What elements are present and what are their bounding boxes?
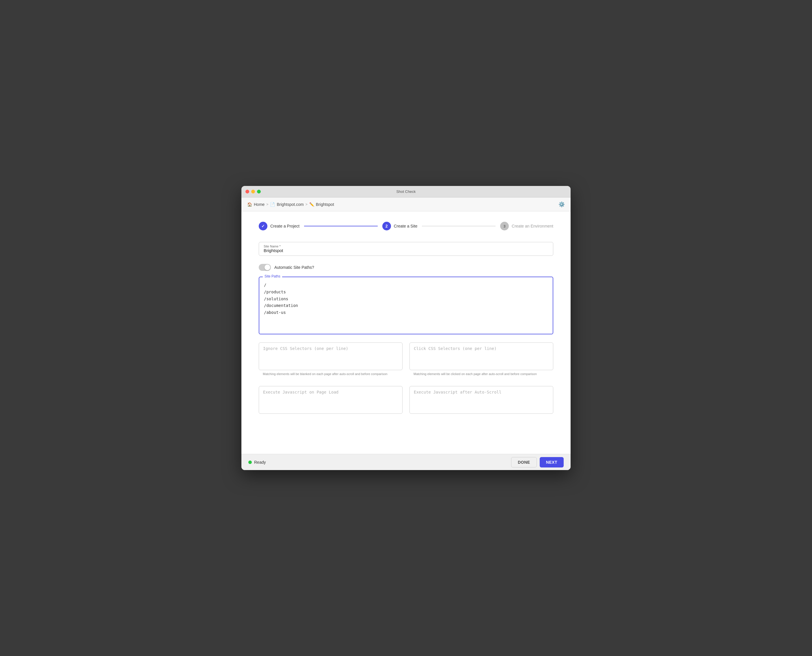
window-title: Shot Check — [396, 189, 416, 194]
navbar: 🏠 Home > 📄 Brightspot.com > ✏️ Brightspo… — [241, 198, 571, 211]
breadcrumb-project-label: Brightspot.com — [277, 202, 303, 207]
exec-js-load-group — [259, 386, 402, 414]
auto-site-paths-toggle[interactable] — [259, 264, 271, 271]
site-name-group: Site Name * — [259, 242, 553, 256]
breadcrumb-site-label: Brightspot — [316, 202, 334, 207]
step-3-circle: 3 — [500, 222, 509, 231]
exec-js-scroll-group — [410, 386, 553, 414]
site-name-label: Site Name * — [264, 244, 281, 248]
maximize-button[interactable] — [257, 190, 261, 193]
close-button[interactable] — [246, 190, 249, 193]
status-indicator: Ready — [248, 460, 266, 464]
done-button[interactable]: DONE — [511, 457, 537, 467]
site-paths-legend: Site Paths — [263, 274, 282, 278]
step-2: 2 Create a Site — [382, 222, 418, 231]
breadcrumb-site[interactable]: ✏️ Brightspot — [309, 202, 334, 207]
app-window: Shot Check 🏠 Home > 📄 Brightspot.com > ✏… — [241, 186, 571, 470]
edit-icon: ✏️ — [309, 202, 314, 207]
breadcrumb-home[interactable]: 🏠 Home — [247, 202, 264, 207]
site-name-field: Site Name * — [259, 242, 553, 256]
breadcrumb-sep-2: > — [306, 203, 308, 206]
status-dot — [248, 461, 252, 464]
action-buttons: DONE NEXT — [511, 457, 564, 467]
exec-js-load-input[interactable] — [259, 386, 402, 412]
step-1-circle: ✓ — [259, 222, 268, 231]
minimize-button[interactable] — [251, 190, 255, 193]
document-icon: 📄 — [270, 202, 275, 207]
toggle-label: Automatic Site Paths? — [274, 265, 314, 270]
exec-js-scroll-input[interactable] — [410, 386, 553, 412]
ignore-css-field — [259, 342, 402, 370]
breadcrumb: 🏠 Home > 📄 Brightspot.com > ✏️ Brightspo… — [247, 202, 334, 207]
check-icon: ✓ — [261, 224, 265, 228]
breadcrumb-sep-1: > — [266, 203, 268, 206]
click-css-hint: Matching elements will be clicked on eac… — [410, 370, 553, 379]
click-css-field — [410, 342, 553, 370]
ignore-css-input[interactable] — [259, 343, 402, 369]
step-3-label: Create an Environment — [512, 224, 553, 228]
step-3: 3 Create an Environment — [500, 222, 553, 231]
main-content: ✓ Create a Project 2 Create a Site 3 Cre… — [241, 211, 571, 454]
step-1: ✓ Create a Project — [259, 222, 300, 231]
step-2-label: Create a Site — [394, 224, 418, 228]
bottom-bar: Ready DONE NEXT — [241, 454, 571, 470]
click-css-group: Matching elements will be clicked on eac… — [410, 342, 553, 379]
site-name-input[interactable] — [264, 248, 548, 253]
breadcrumb-project[interactable]: 📄 Brightspot.com — [270, 202, 303, 207]
toggle-row: Automatic Site Paths? — [259, 264, 553, 271]
step-2-number: 2 — [385, 224, 388, 228]
settings-icon[interactable]: ⚙️ — [558, 201, 565, 207]
step-line-2 — [422, 226, 495, 226]
click-css-input[interactable] — [410, 343, 553, 369]
toggle-knob — [264, 265, 270, 270]
next-button[interactable]: NEXT — [540, 457, 564, 467]
exec-js-scroll-field — [410, 386, 553, 414]
site-paths-input[interactable] — [264, 282, 548, 328]
site-paths-box: Site Paths — [259, 277, 553, 334]
ignore-css-hint: Matching elements will be blanked on eac… — [259, 370, 402, 379]
step-1-label: Create a Project — [270, 224, 300, 228]
stepper: ✓ Create a Project 2 Create a Site 3 Cre… — [259, 222, 553, 231]
titlebar: Shot Check — [241, 186, 571, 198]
breadcrumb-home-label: Home — [254, 202, 264, 207]
ignore-css-group: Matching elements will be blanked on eac… — [259, 342, 402, 379]
css-selectors-row: Matching elements will be blanked on eac… — [259, 342, 553, 379]
home-icon: 🏠 — [247, 202, 252, 207]
step-line-1 — [304, 226, 378, 226]
exec-js-load-field — [259, 386, 402, 414]
status-text: Ready — [254, 460, 266, 464]
step-3-number: 3 — [503, 224, 505, 228]
window-controls — [246, 190, 261, 193]
js-row — [259, 386, 553, 414]
step-2-circle: 2 — [382, 222, 391, 231]
